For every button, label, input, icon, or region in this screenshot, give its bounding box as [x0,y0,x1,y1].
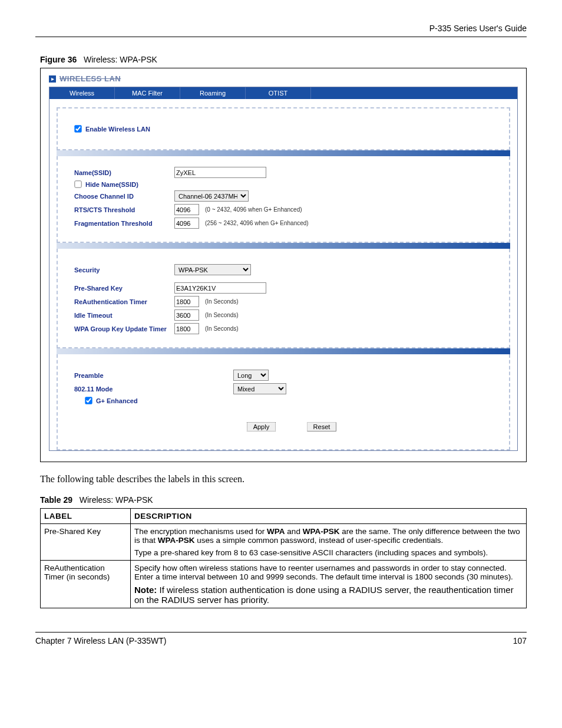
section-enable: Enable Wireless LAN [57,107,510,150]
preamble-select[interactable]: Long [233,370,269,381]
intro-paragraph: The following table describes the labels… [40,474,527,485]
figure-label: Figure 36 [40,55,77,64]
footer-chapter: Chapter 7 Wireless LAN (P-335WT) [35,636,167,645]
gradient-divider [57,348,510,354]
table-row: Pre-Shared Key The encryption mechanisms… [41,524,527,561]
reauth-label: ReAuthentication Timer [74,298,174,305]
frag-input[interactable] [174,218,199,229]
cell-label: Pre-Shared Key [41,524,131,561]
ssid-label: Name(SSID) [74,169,174,176]
enable-wlan-label: Enable Wireless LAN [85,126,150,133]
tab-spacer [311,87,517,99]
description-table: LABEL DESCRIPTION Pre-Shared Key The enc… [40,508,527,608]
idle-label: Idle Timeout [74,312,174,319]
wpa-group-input[interactable] [174,323,199,334]
reset-button[interactable]: Reset [307,422,337,431]
mode-select[interactable]: Mixed [233,383,286,394]
table-label: Table 29 [40,495,72,505]
seconds-hint: (In Seconds) [205,325,239,332]
figure-title: Wireless: WPA-PSK [84,55,157,64]
rtscts-input[interactable] [174,204,199,215]
section-security: Security WPA-PSK Pre-Shared Key ReAuthen… [57,249,510,348]
tab-mac-filter[interactable]: MAC Filter [115,87,180,99]
hide-ssid-checkbox[interactable] [74,180,81,187]
security-select[interactable]: WPA-PSK [174,264,251,275]
page-header: P-335 Series User's Guide [35,24,527,37]
gplus-label: G+ Enhanced [96,397,138,404]
gplus-checkbox[interactable] [85,397,92,404]
gradient-divider [57,150,510,156]
gradient-divider [57,243,510,249]
tab-roaming[interactable]: Roaming [180,87,246,99]
reauth-input[interactable] [174,296,199,307]
table-caption: Table 29 Wireless: WPA-PSK [40,495,527,505]
rtscts-label: RTS/CTS Threshold [74,206,174,213]
arrow-right-icon: ▸ [49,75,56,83]
wpa-group-label: WPA Group Key Update Timer [74,325,174,332]
hide-ssid-label: Hide Name(SSID) [85,181,138,188]
enable-wlan-checkbox[interactable] [74,125,81,132]
channel-select[interactable]: Channel-06 2437MHz [174,190,249,202]
tab-otist[interactable]: OTIST [246,87,311,99]
channel-label: Choose Channel ID [74,193,174,200]
screenshot-frame: ▸ WIRELESS LAN Wireless MAC Filter Roami… [40,68,527,462]
table-title: Wireless: WPA-PSK [80,495,153,505]
cell-label: ReAuthentication Timer (in seconds) [41,561,131,608]
mode-label: 802.11 Mode [74,386,233,393]
frag-label: Fragmentation Threshold [74,220,174,227]
figure-caption: Figure 36 Wireless: WPA-PSK [40,55,527,64]
seconds-hint: (In Seconds) [205,312,239,318]
th-desc: DESCRIPTION [131,509,527,524]
ssid-input[interactable] [174,167,266,178]
tab-wireless[interactable]: Wireless [49,87,115,99]
apply-button[interactable]: Apply [247,422,276,431]
cell-desc: Specify how often wireless stations have… [131,561,527,608]
rtscts-hint: (0 ~ 2432, 4096 when G+ Enhanced) [205,206,302,213]
seconds-hint: (In Seconds) [205,298,239,305]
psk-input[interactable] [174,282,266,294]
preamble-label: Preamble [74,372,233,379]
security-label: Security [74,266,174,274]
table-row: ReAuthentication Timer (in seconds) Spec… [41,561,527,608]
section-ssid: Name(SSID) Hide Name(SSID) Choose Channe… [57,156,510,243]
cell-desc: The encryption mechanisms used for WPA a… [131,524,527,561]
th-label: LABEL [41,509,131,524]
panel-heading: WIRELESS LAN [59,74,121,83]
frag-hint: (256 ~ 2432, 4096 when G+ Enhanced) [205,220,309,226]
footer-page: 107 [513,636,527,645]
tab-bar: Wireless MAC Filter Roaming OTIST [49,87,517,99]
idle-input[interactable] [174,309,199,321]
psk-label: Pre-Shared Key [74,285,174,292]
section-mode: Preamble Long 802.11 Mode Mixed [57,354,510,450]
wireless-panel: Wireless MAC Filter Roaming OTIST Enable… [49,87,518,451]
page-footer: Chapter 7 Wireless LAN (P-335WT) 107 [35,632,527,645]
